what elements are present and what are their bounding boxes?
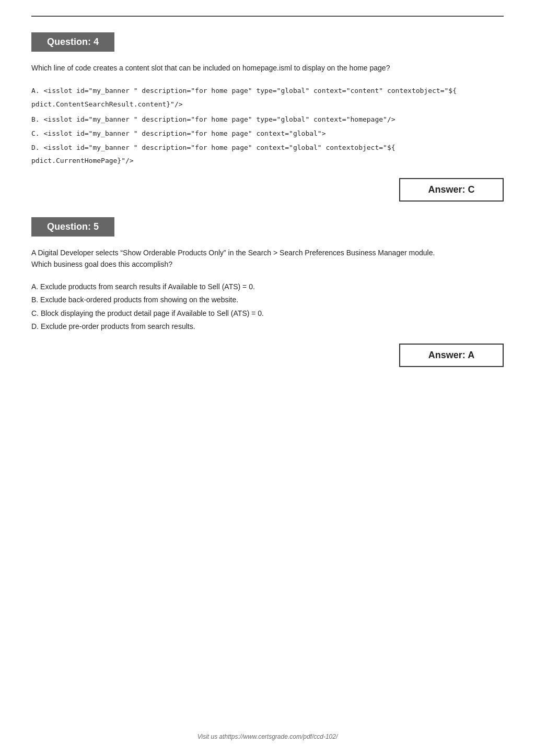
option-b-text: B. <isslot id="my_banner " description="… (31, 115, 396, 123)
question-4-body: Which line of code creates a content slo… (31, 62, 504, 74)
question-5-answer-box: Answer: A (399, 344, 504, 367)
top-border (31, 16, 504, 17)
question-4-block: Question: 4 Which line of code creates a… (31, 32, 504, 202)
list-item: A. Exclude products from search results … (31, 280, 504, 293)
option-d-cont: pdict.CurrentHomePage}"/> (31, 157, 134, 164)
option-a-text: A. <isslot id="my_banner " description="… (31, 87, 457, 95)
question-5-body-line1: A Digital Developer selects “Show Ordera… (31, 249, 435, 257)
list-item: D. <isslot id="my_banner " description="… (31, 141, 504, 167)
list-item: D. Exclude pre-order products from searc… (31, 320, 504, 333)
option-d-text: D. <isslot id="my_banner " description="… (31, 144, 396, 151)
list-item: B. <isslot id="my_banner " description="… (31, 113, 504, 126)
option-c-text: C. <isslot id="my_banner " description="… (31, 129, 326, 137)
list-item: A. <isslot id="my_banner " description="… (31, 84, 504, 110)
page-container: Question: 4 Which line of code creates a… (0, 0, 535, 756)
page-footer: Visit us athttps://www.certsgrade.com/pd… (0, 733, 535, 740)
question-4-body-text: Which line of code creates a content slo… (31, 64, 390, 72)
list-item: C. <isslot id="my_banner " description="… (31, 127, 504, 140)
list-item: C. Block displaying the product detail p… (31, 307, 504, 320)
option-c-q5: C. Block displaying the product detail p… (31, 309, 264, 317)
question-4-answer-box: Answer: C (399, 178, 504, 202)
question-5-header: Question: 5 (31, 217, 114, 237)
question-4-answer-block: Answer: C (31, 178, 504, 202)
question-4-title: Question: 4 (47, 37, 99, 47)
question-5-body-line2: Which business goal does this accomplish… (31, 260, 172, 268)
question-5-options: A. Exclude products from search results … (31, 280, 504, 333)
option-b-q5: B. Exclude back-ordered products from sh… (31, 296, 238, 304)
question-4-options: A. <isslot id="my_banner " description="… (31, 84, 504, 167)
question-4-header: Question: 4 (31, 32, 114, 52)
footer-text: Visit us athttps://www.certsgrade.com/pd… (197, 733, 338, 740)
option-a-q5: A. Exclude products from search results … (31, 282, 255, 291)
question-5-answer-block: Answer: A (31, 344, 504, 367)
option-a-cont: pdict.ContentSearchResult.content}"/> (31, 100, 183, 108)
question-4-answer: Answer: C (428, 184, 474, 195)
question-5-block: Question: 5 A Digital Developer selects … (31, 217, 504, 368)
question-5-body: A Digital Developer selects “Show Ordera… (31, 247, 504, 270)
question-5-title: Question: 5 (47, 221, 99, 232)
list-item: B. Exclude back-ordered products from sh… (31, 293, 504, 306)
option-d-q5: D. Exclude pre-order products from searc… (31, 322, 195, 330)
question-5-answer: Answer: A (428, 350, 474, 360)
